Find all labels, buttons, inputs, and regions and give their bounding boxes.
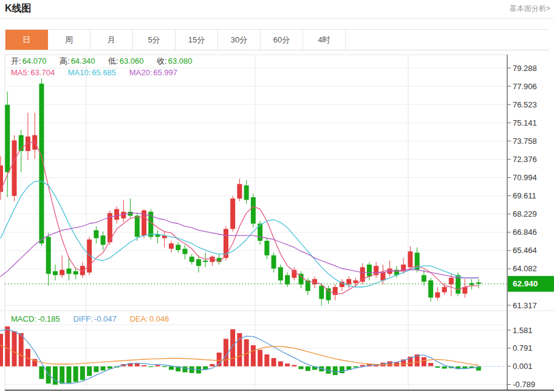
diff-value: -0.047 [94, 314, 117, 323]
ma10-label: MA10: [68, 68, 91, 77]
svg-text:69.611: 69.611 [513, 191, 536, 200]
dea-label: DEA: [129, 314, 148, 323]
low-value: 63.060 [120, 56, 144, 66]
ma20-label: MA20: [129, 68, 152, 77]
low-label: 低: [108, 56, 118, 66]
ma10-value: 65.685 [92, 68, 116, 77]
svg-text:0.791: 0.791 [513, 343, 533, 353]
diff-label: DIFF: [73, 314, 93, 323]
ma5-value: 63.704 [30, 68, 55, 77]
svg-text:70.994: 70.994 [513, 173, 537, 182]
svg-text:65.464: 65.464 [513, 246, 537, 255]
close-label: 收: [157, 56, 167, 66]
macd-value: -0.185 [38, 314, 60, 323]
ma20-value: 65.997 [153, 68, 177, 77]
ohlc-info-row: 开:64.070 高:64.340 低:63.060 收:63.080 [11, 56, 193, 67]
svg-text:73.758: 73.758 [513, 137, 537, 146]
open-value: 64.070 [22, 56, 47, 66]
svg-text:68.229: 68.229 [513, 209, 537, 218]
svg-text:72.376: 72.376 [513, 155, 537, 164]
close-value: 63.080 [168, 56, 193, 66]
svg-text:1.581: 1.581 [513, 326, 533, 335]
svg-text:-0.789: -0.789 [513, 380, 535, 389]
macd-info-row: MACD:-0.185 DIFF:-0.047 DEA:0.046 [11, 314, 170, 323]
svg-text:66.846: 66.846 [513, 228, 537, 237]
high-value: 64.340 [71, 56, 95, 66]
svg-text:0.001: 0.001 [513, 362, 533, 371]
dea-value: 0.046 [149, 314, 169, 323]
svg-text:64.082: 64.082 [513, 264, 537, 273]
ma5-label: MA5: [11, 68, 29, 77]
current-price-value: 62.940 [513, 279, 538, 288]
high-label: 高: [60, 56, 70, 66]
macd-label: MACD: [11, 314, 36, 323]
ma-info-row: MA5:63.704 MA10:65.685 MA20:65.997 [11, 68, 179, 77]
svg-text:79.288: 79.288 [513, 64, 537, 73]
svg-text:76.523: 76.523 [513, 100, 537, 109]
svg-text:77.906: 77.906 [513, 82, 537, 91]
open-label: 开: [11, 56, 21, 66]
svg-text:61.317: 61.317 [513, 301, 537, 310]
svg-text:75.141: 75.141 [513, 118, 537, 127]
